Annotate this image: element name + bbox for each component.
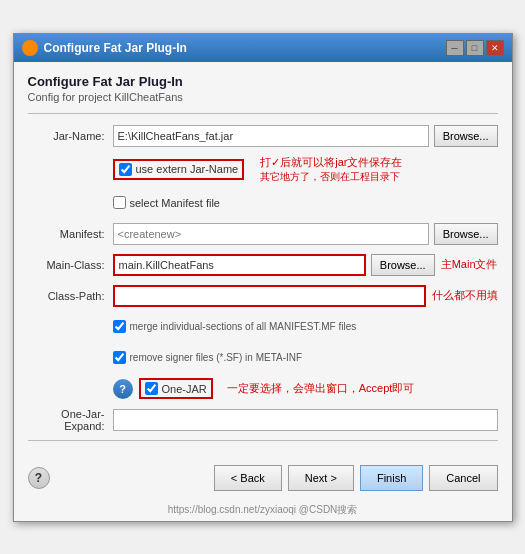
class-path-label: Class-Path: bbox=[28, 290, 113, 302]
top-divider bbox=[28, 113, 498, 114]
class-path-field bbox=[113, 285, 426, 307]
one-jar-row: ? One-JAR 一定要选择，会弹出窗口，Accept即可 bbox=[28, 377, 498, 401]
next-button[interactable]: Next > bbox=[288, 465, 354, 491]
jar-name-input[interactable] bbox=[113, 125, 429, 147]
main-class-row: Main-Class: Browse... 主Main文件 bbox=[28, 253, 498, 277]
main-class-label: Main-Class: bbox=[28, 259, 113, 271]
one-jar-expand-label: One-Jar-Expand: bbox=[28, 408, 113, 432]
main-class-input[interactable] bbox=[113, 254, 366, 276]
select-manifest-row: select Manifest file bbox=[113, 191, 498, 215]
cancel-button[interactable]: Cancel bbox=[429, 465, 497, 491]
bottom-divider bbox=[28, 440, 498, 441]
jar-name-field: Browse... bbox=[113, 125, 498, 147]
one-jar-label: One-JAR bbox=[162, 383, 207, 395]
back-button[interactable]: < Back bbox=[214, 465, 282, 491]
use-extern-row: use extern Jar-Name 打✓后就可以将jar文件保存在 其它地方… bbox=[113, 155, 498, 184]
one-jar-expand-input[interactable] bbox=[113, 409, 498, 431]
one-jar-help-icon[interactable]: ? bbox=[113, 379, 133, 399]
footer-left: ? bbox=[28, 467, 50, 489]
jar-name-browse-button[interactable]: Browse... bbox=[434, 125, 498, 147]
main-class-annotation: 主Main文件 bbox=[441, 257, 498, 272]
manifest-browse-button[interactable]: Browse... bbox=[434, 223, 498, 245]
dialog-footer: ? < Back Next > Finish Cancel bbox=[14, 459, 512, 501]
finish-button[interactable]: Finish bbox=[360, 465, 423, 491]
watermark: https://blog.csdn.net/zyxiaoqi @CSDN搜索 bbox=[14, 501, 512, 521]
page-subtitle: Config for project KillCheatFans bbox=[28, 91, 498, 103]
select-manifest-label: select Manifest file bbox=[130, 197, 220, 209]
manifest-row: Manifest: Browse... bbox=[28, 222, 498, 246]
class-path-annotation: 什么都不用填 bbox=[432, 288, 498, 303]
minimize-button[interactable]: ─ bbox=[446, 40, 464, 56]
dialog-content: Configure Fat Jar Plug-In Config for pro… bbox=[14, 62, 512, 459]
manifest-field: Browse... bbox=[113, 223, 498, 245]
class-path-input[interactable] bbox=[113, 285, 426, 307]
one-jar-expand-field bbox=[113, 409, 498, 431]
use-extern-checkbox[interactable] bbox=[119, 163, 132, 176]
remove-signer-row: remove signer files (*.SF) in META-INF bbox=[113, 346, 498, 370]
merge-sections-checkbox[interactable] bbox=[113, 320, 126, 333]
one-jar-container: ? One-JAR 一定要选择，会弹出窗口，Accept即可 bbox=[113, 378, 415, 399]
footer-buttons: < Back Next > Finish Cancel bbox=[214, 465, 498, 491]
extern-annotation-line2: 其它地方了，否则在工程目录下 bbox=[260, 170, 402, 184]
jar-name-row: Jar-Name: Browse... bbox=[28, 124, 498, 148]
close-button[interactable]: ✕ bbox=[486, 40, 504, 56]
merge-sections-label: merge individual-sections of all MANIFES… bbox=[130, 321, 357, 332]
one-jar-expand-row: One-Jar-Expand: bbox=[28, 408, 498, 432]
titlebar-left: Configure Fat Jar Plug-In bbox=[22, 40, 187, 56]
extern-annotation: 打✓后就可以将jar文件保存在 其它地方了，否则在工程目录下 bbox=[252, 155, 402, 184]
one-jar-annotation: 一定要选择，会弹出窗口，Accept即可 bbox=[227, 381, 415, 396]
use-extern-label: use extern Jar-Name bbox=[136, 163, 239, 175]
merge-sections-row: merge individual-sections of all MANIFES… bbox=[113, 315, 498, 339]
app-icon bbox=[22, 40, 38, 56]
manifest-label: Manifest: bbox=[28, 228, 113, 240]
remove-signer-label: remove signer files (*.SF) in META-INF bbox=[130, 352, 303, 363]
page-title: Configure Fat Jar Plug-In bbox=[28, 74, 498, 89]
main-class-field: Browse... bbox=[113, 254, 435, 276]
manifest-input[interactable] bbox=[113, 223, 429, 245]
extern-annotation-line1: 打✓后就可以将jar文件保存在 bbox=[260, 155, 402, 170]
titlebar: Configure Fat Jar Plug-In ─ □ ✕ bbox=[14, 34, 512, 62]
main-class-browse-button[interactable]: Browse... bbox=[371, 254, 435, 276]
select-manifest-checkbox[interactable] bbox=[113, 196, 126, 209]
one-jar-checkbox-wrapper: One-JAR bbox=[139, 378, 213, 399]
one-jar-checkbox[interactable] bbox=[145, 382, 158, 395]
window-title: Configure Fat Jar Plug-In bbox=[44, 41, 187, 55]
main-window: Configure Fat Jar Plug-In ─ □ ✕ Configur… bbox=[13, 33, 513, 522]
help-button[interactable]: ? bbox=[28, 467, 50, 489]
maximize-button[interactable]: □ bbox=[466, 40, 484, 56]
use-extern-checkbox-wrapper: use extern Jar-Name bbox=[113, 159, 245, 180]
remove-signer-checkbox[interactable] bbox=[113, 351, 126, 364]
class-path-row: Class-Path: 什么都不用填 bbox=[28, 284, 498, 308]
window-controls: ─ □ ✕ bbox=[446, 40, 504, 56]
jar-name-label: Jar-Name: bbox=[28, 130, 113, 142]
